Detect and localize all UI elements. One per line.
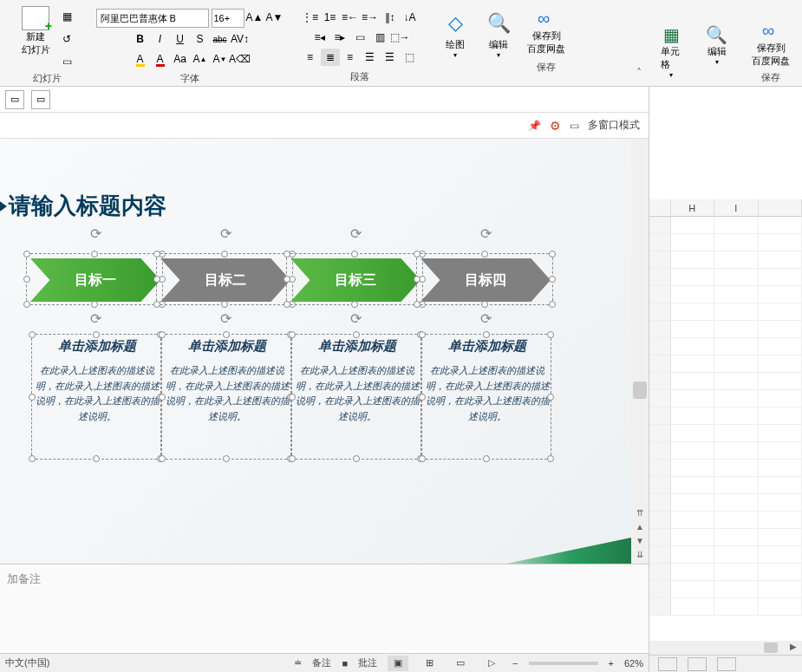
selection-handle[interactable] <box>29 331 36 338</box>
font-color-button[interactable]: A <box>151 50 170 68</box>
zoom-slider[interactable] <box>529 662 598 665</box>
collapse-ribbon-button[interactable]: ˄ <box>636 67 642 79</box>
arrow-goal-2[interactable]: 目标二 <box>160 258 290 302</box>
selection-handle[interactable] <box>93 331 100 338</box>
excel-view-2-button[interactable] <box>688 657 707 671</box>
selection-handle[interactable] <box>221 251 228 258</box>
normal-view-button[interactable]: ▣ <box>388 656 408 671</box>
highlight-button[interactable]: A <box>131 50 150 68</box>
selection-handle[interactable] <box>284 301 290 308</box>
char-spacing-button[interactable]: AV↕ <box>231 30 250 48</box>
zoom-in-button[interactable]: + <box>609 658 614 669</box>
font-size-combo[interactable] <box>212 9 245 28</box>
status-language[interactable]: 中文(中国) <box>5 656 49 669</box>
selection-handle[interactable] <box>549 251 556 258</box>
gear-icon[interactable]: ⚙ <box>550 119 561 133</box>
scroll-down-double-icon[interactable]: ⇊ <box>631 550 649 564</box>
selection-handle[interactable] <box>159 301 166 308</box>
excel-scroll-thumb[interactable] <box>764 643 778 653</box>
subscript-button[interactable]: A▼ <box>211 50 230 68</box>
selection-handle[interactable] <box>353 455 360 462</box>
selection-handle[interactable] <box>287 455 294 462</box>
increase-list-button[interactable]: ≡▸ <box>330 29 349 46</box>
clear-format-button[interactable]: A⌫ <box>231 50 250 68</box>
edit-button[interactable]: 🔍 编辑 ▾ <box>482 9 516 62</box>
slideshow-view-button[interactable]: ▷ <box>481 656 502 671</box>
selection-handle[interactable] <box>91 251 98 258</box>
selection-handle[interactable] <box>23 276 30 283</box>
align-left-button[interactable]: ≡ <box>301 49 320 66</box>
selection-handle[interactable] <box>414 251 421 258</box>
selection-handle[interactable] <box>353 331 360 338</box>
rotate-handle-tb-1[interactable]: ⟳ <box>90 310 101 327</box>
rotate-handle-tb-4[interactable]: ⟳ <box>480 310 492 327</box>
shadow-button[interactable]: S <box>191 30 210 48</box>
excel-view-3-button[interactable] <box>717 657 736 671</box>
selection-handle[interactable] <box>159 251 166 258</box>
excel-col-i[interactable]: I <box>714 199 758 216</box>
numbering-button[interactable]: 1≡ <box>321 9 340 26</box>
scroll-down-icon[interactable]: ▼ <box>631 536 649 550</box>
selection-handle[interactable] <box>289 331 296 338</box>
align-center-button[interactable]: ≣ <box>321 49 340 66</box>
excel-horizontal-scrollbar[interactable]: ▶ <box>649 641 802 655</box>
selection-handle[interactable] <box>91 301 98 308</box>
qa-button-1[interactable]: ▭ <box>5 90 24 109</box>
new-slide-button[interactable]: 新建 幻灯片 <box>17 4 54 58</box>
excel-scroll-right-icon[interactable]: ▶ <box>790 642 797 651</box>
decrease-list-button[interactable]: ≡◂ <box>310 29 329 46</box>
arrow-goal-1[interactable]: 目标一 <box>30 258 160 302</box>
excel-view-1-button[interactable] <box>658 657 677 671</box>
change-case-button[interactable]: Aa <box>171 50 190 68</box>
line-spacing-button[interactable]: ‖↕ <box>381 9 400 26</box>
superscript-button[interactable]: A▲ <box>191 50 210 68</box>
selection-handle[interactable] <box>153 301 160 308</box>
selection-handle[interactable] <box>419 301 426 308</box>
italic-button[interactable]: I <box>151 30 170 48</box>
excel-edit-button[interactable]: 🔍 编辑 ▾ <box>701 21 733 69</box>
arrow-goal-4[interactable]: 目标四 <box>421 258 551 302</box>
selection-handle[interactable] <box>419 331 426 338</box>
text-direction-button[interactable]: ↓A <box>401 9 420 26</box>
excel-col-h[interactable]: H <box>671 199 714 216</box>
selection-handle[interactable] <box>289 455 296 462</box>
selection-handle[interactable] <box>289 251 296 258</box>
selection-handle[interactable] <box>481 301 488 308</box>
increase-font-button[interactable]: A▲ <box>245 9 264 26</box>
selection-handle[interactable] <box>284 251 290 258</box>
underline-button[interactable]: U <box>171 30 190 48</box>
strikethrough-button[interactable]: abc <box>211 30 230 48</box>
selection-handle[interactable] <box>547 331 554 338</box>
distribute-button[interactable]: ☰ <box>381 49 400 66</box>
selection-handle[interactable] <box>483 455 490 462</box>
selection-handle[interactable] <box>223 331 230 338</box>
bold-button[interactable]: B <box>131 30 150 48</box>
excel-save-baidu-button[interactable]: 保存到 百度网盘 <box>747 21 795 71</box>
columns-button[interactable]: ▥ <box>370 29 389 46</box>
rotate-handle-4[interactable]: ⟳ <box>480 225 492 242</box>
selection-handle[interactable] <box>93 455 100 462</box>
textbox-1[interactable]: 单击添加标题 在此录入上述图表的描述说明，在此录入上述图表的描述说明，在此录入上… <box>35 338 160 424</box>
selection-handle[interactable] <box>483 331 490 338</box>
multi-window-label[interactable]: 多窗口模式 <box>588 118 640 133</box>
rotate-handle-tb-2[interactable]: ⟳ <box>220 310 231 327</box>
convert-smartart-button[interactable]: ⬚→ <box>390 29 409 46</box>
selection-handle[interactable] <box>221 301 228 308</box>
canvas-scrollbar[interactable]: ⇈ ▲ ▼ ⇊ <box>631 139 649 564</box>
section-button[interactable]: ▭ <box>57 53 76 70</box>
layout-button[interactable]: ▦ <box>57 8 76 25</box>
para-more-button[interactable]: ⬚ <box>401 49 420 66</box>
selection-handle[interactable] <box>417 455 424 462</box>
excel-cells-button[interactable]: ▦ 单元格 ▾ <box>655 21 687 82</box>
decrease-font-button[interactable]: A▼ <box>265 9 284 26</box>
notes-toggle-button[interactable]: 备注 <box>312 656 331 669</box>
selection-handle[interactable] <box>549 301 556 308</box>
notes-pane[interactable]: 加备注 <box>0 564 649 650</box>
bullets-button[interactable]: ⋮≡ <box>301 9 320 26</box>
rotate-handle-tb-3[interactable]: ⟳ <box>350 310 362 327</box>
scrollbar-thumb[interactable] <box>633 382 647 399</box>
selection-handle[interactable] <box>159 331 166 338</box>
comments-toggle-button[interactable]: 批注 <box>358 656 377 669</box>
align-text-button[interactable]: ▭ <box>350 29 369 46</box>
selection-handle[interactable] <box>417 331 424 338</box>
